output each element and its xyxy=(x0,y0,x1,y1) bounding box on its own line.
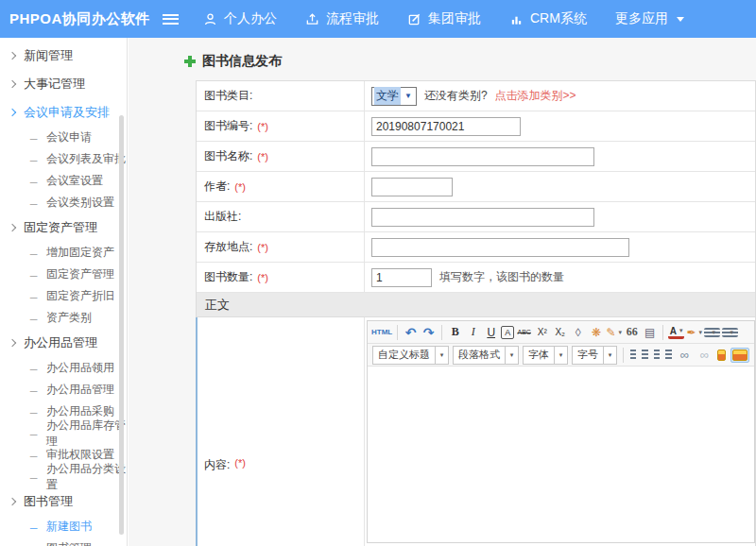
sidebar-item[interactable]: —会议申请 xyxy=(0,127,127,148)
align-right-button[interactable] xyxy=(654,350,661,360)
image-selected-button[interactable] xyxy=(730,348,749,363)
align-justify-button[interactable] xyxy=(665,350,672,360)
paragraph-format-select[interactable]: 段落格式▾ xyxy=(453,346,519,365)
sidebar-item[interactable]: —增加固定资产 xyxy=(0,242,127,264)
editor-toolbar-row1: HTML↶↷BIUAABCX²X₂◊❋✎▾66▤A▾✒▾▾▾ xyxy=(368,321,754,344)
sidebar-group-header[interactable]: 固定资产管理 xyxy=(0,213,127,242)
html-source-button[interactable]: HTML xyxy=(371,323,392,341)
font-border-button[interactable]: A xyxy=(501,326,514,339)
sidebar-item[interactable]: —办公用品分类设置 xyxy=(0,466,127,487)
form-row: 作者:(*) xyxy=(197,172,755,202)
field-value-cell: 填写数字，该图书的数量 xyxy=(365,263,755,292)
menu-toggle-icon[interactable] xyxy=(163,14,179,25)
sidebar-group-label: 图书管理 xyxy=(24,493,73,510)
sidebar-item[interactable]: —资产类别 xyxy=(0,307,127,329)
strikethrough-button[interactable]: ABC xyxy=(516,323,532,341)
sidebar-item-label: 图书管理 xyxy=(46,540,92,546)
chevron-right-icon xyxy=(9,80,16,88)
book-publish-form: 图书类目: 文学 ▼ 还没有类别? 点击添加类别>> 图书编号:(*)图书名称:… xyxy=(196,80,756,546)
sidebar-item[interactable]: —办公用品领用 xyxy=(0,357,127,379)
bold-button[interactable]: B xyxy=(447,323,463,341)
sidebar-group-label: 大事记管理 xyxy=(24,76,85,93)
align-left-button[interactable] xyxy=(630,350,637,360)
sidebar-item[interactable]: —会议列表及审批 xyxy=(0,148,127,170)
add-category-link[interactable]: 点击添加类别>> xyxy=(495,88,576,104)
sidebar-item[interactable]: —办公用品管理 xyxy=(0,379,127,401)
subscript-button[interactable]: X₂ xyxy=(552,323,568,341)
format-brush-button[interactable]: ❋ xyxy=(588,323,604,341)
sidebar-item-label: 办公用品管理 xyxy=(46,382,114,398)
field-label: 图书名称:(*) xyxy=(197,142,365,171)
editor-content-area[interactable] xyxy=(368,367,754,542)
field-label: 图书类目: xyxy=(197,81,365,111)
color-pen-button[interactable]: ✎▾ xyxy=(606,323,622,341)
sidebar-item-label: 会议申请 xyxy=(46,129,92,145)
link-button[interactable]: ∞ xyxy=(677,346,693,364)
sidebar-item[interactable]: —办公用品库存管理 xyxy=(0,422,127,444)
sidebar-group-header[interactable]: 会议申请及安排 xyxy=(0,98,127,127)
sidebar-item[interactable]: —会议室设置 xyxy=(0,170,127,192)
font-family-select[interactable]: 字体▾ xyxy=(523,346,568,365)
topnav-more-apps[interactable]: 更多应用 xyxy=(615,10,684,27)
field-input[interactable] xyxy=(371,178,453,196)
app-window: PHPOA协同办公软件 个人办公 流程审批 集团审批 CRM系统 xyxy=(0,0,756,546)
field-input[interactable] xyxy=(371,117,521,136)
undo-button[interactable]: ↶ xyxy=(403,323,419,341)
add-plus-icon xyxy=(184,56,196,67)
sidebar-item[interactable]: —图书管理 xyxy=(0,537,127,546)
sidebar-scrollbar[interactable] xyxy=(119,115,124,535)
sidebar-item[interactable]: —会议类别设置 xyxy=(0,192,127,213)
font-color-button[interactable]: A▾ xyxy=(668,325,684,339)
unlink-button[interactable]: ∞ xyxy=(696,346,713,364)
eraser-button[interactable]: ◊ xyxy=(570,323,586,341)
dash-icon: — xyxy=(30,450,38,461)
sidebar-group-header[interactable]: 新闻管理 xyxy=(0,42,127,70)
custom-title-select[interactable]: 自定义标题▾ xyxy=(372,346,449,365)
required-mark: (*) xyxy=(257,151,268,162)
chevron-right-icon xyxy=(9,109,16,116)
rich-text-editor: HTML↶↷BIUAABCX²X₂◊❋✎▾66▤A▾✒▾▾▾ 自定义标题▾段落格… xyxy=(367,320,755,543)
paragraph-format-select-label: 段落格式 xyxy=(458,348,500,362)
form-row: 存放地点:(*) xyxy=(197,232,755,263)
category-select[interactable]: 文学 ▼ xyxy=(371,87,417,106)
field-input[interactable] xyxy=(371,268,432,287)
field-value-cell xyxy=(365,111,755,141)
redo-button[interactable]: ↷ xyxy=(421,323,437,341)
caret-down-icon: ▾ xyxy=(730,329,733,336)
field-input[interactable] xyxy=(371,208,594,227)
dash-icon: — xyxy=(30,269,38,281)
field-value-cell xyxy=(365,142,755,171)
field-label-text: 图书编号: xyxy=(204,118,252,134)
field-value-cell xyxy=(365,172,755,201)
blockquote-button[interactable]: 66 xyxy=(624,323,640,341)
image-button[interactable] xyxy=(717,350,726,361)
page-title: 图书信息发布 xyxy=(184,53,756,70)
topnav-crm-system[interactable]: CRM系统 xyxy=(509,10,587,27)
sidebar-item[interactable]: —固定资产管理 xyxy=(0,264,127,285)
ordered-list-button[interactable]: ▾ xyxy=(704,328,720,337)
sidebar-group-label: 固定资产管理 xyxy=(24,219,97,236)
topnav-personal-office[interactable]: 个人办公 xyxy=(203,10,277,27)
chevron-right-icon xyxy=(9,52,16,60)
field-input[interactable] xyxy=(371,147,594,166)
form-row-category: 图书类目: 文学 ▼ 还没有类别? 点击添加类别>> xyxy=(197,81,755,111)
sidebar-item[interactable]: —固定资产折旧 xyxy=(0,285,127,307)
unordered-list-button[interactable]: ▾ xyxy=(722,328,738,337)
italic-button[interactable]: I xyxy=(465,323,481,341)
align-center-button[interactable] xyxy=(642,350,648,360)
font-size-select[interactable]: 字号▾ xyxy=(572,346,617,365)
sidebar-group-label: 新闻管理 xyxy=(24,47,73,64)
superscript-button[interactable]: X² xyxy=(534,323,550,341)
topnav-group-approval[interactable]: 集团审批 xyxy=(407,10,481,27)
sidebar-item[interactable]: —新建图书 xyxy=(0,516,127,537)
underline-button[interactable]: U xyxy=(483,323,499,341)
dash-icon: — xyxy=(30,363,38,374)
highlight-button[interactable]: ✒▾ xyxy=(686,323,702,341)
sidebar-group-header[interactable]: 办公用品管理 xyxy=(0,329,127,357)
required-mark: (*) xyxy=(234,457,246,469)
paste-button[interactable]: ▤ xyxy=(642,323,658,341)
topnav-process-approval[interactable]: 流程审批 xyxy=(305,10,379,27)
sidebar-group-header[interactable]: 大事记管理 xyxy=(0,70,127,98)
field-input[interactable] xyxy=(371,238,629,257)
editor-toolbar-row2: 自定义标题▾段落格式▾字体▾字号▾∞∞ xyxy=(368,344,754,367)
